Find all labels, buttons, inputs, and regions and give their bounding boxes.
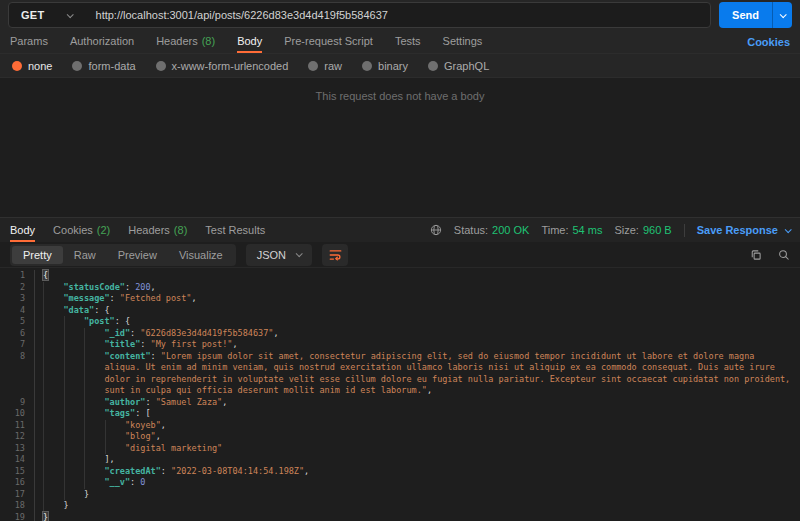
chevron-down-icon xyxy=(780,11,787,18)
request-tab-params[interactable]: Params xyxy=(10,30,48,53)
indent-guide xyxy=(64,316,65,328)
body-type-raw[interactable]: raw xyxy=(308,60,342,72)
save-response-button[interactable]: Save Response xyxy=(697,224,790,236)
request-tab-headers[interactable]: Headers(8) xyxy=(156,30,215,53)
line-number[interactable]: 10 xyxy=(0,408,34,420)
json-punctuation: , xyxy=(151,282,156,292)
indent-guide xyxy=(64,408,65,420)
code-line-content[interactable]: } xyxy=(34,489,800,501)
send-options-button[interactable] xyxy=(772,2,792,28)
method-label: GET xyxy=(21,9,45,21)
response-tab-headers[interactable]: Headers(8) xyxy=(128,218,187,242)
json-punctuation: , xyxy=(273,328,278,338)
json-punctuation: { xyxy=(43,270,48,280)
time-label: Time: xyxy=(541,224,568,236)
radio-label: none xyxy=(28,60,52,72)
method-selector[interactable]: GET xyxy=(9,3,86,27)
request-tab-pre-request-script[interactable]: Pre-request Script xyxy=(284,30,373,53)
line-number[interactable]: 16 xyxy=(0,477,34,489)
send-button[interactable]: Send xyxy=(719,2,792,28)
code-line-content[interactable]: "content": "Lorem ipsum dolor sit amet, … xyxy=(34,351,800,397)
json-key: "title" xyxy=(105,339,141,349)
line-number[interactable]: 6 xyxy=(0,328,34,340)
json-string: "6226d83e3d4d419f5b584637" xyxy=(140,328,273,338)
indent-guide xyxy=(64,489,65,501)
code-line-content[interactable]: "_id": "6226d83e3d4d419f5b584637", xyxy=(34,328,800,340)
url-input[interactable]: http://localhost:3001/api/posts/6226d83e… xyxy=(86,9,388,21)
code-line-content[interactable]: "blog", xyxy=(34,431,800,443)
code-line-8: 8"content": "Lorem ipsum dolor sit amet,… xyxy=(0,351,800,397)
line-number[interactable]: 3 xyxy=(0,293,34,305)
tab-label: Test Results xyxy=(205,224,265,236)
line-number[interactable]: 12 xyxy=(0,431,34,443)
radio-label: x-www-form-urlencoded xyxy=(172,60,289,72)
format-dropdown[interactable]: JSON xyxy=(246,244,312,266)
view-tab-visualize[interactable]: Visualize xyxy=(168,246,234,264)
indent-guide xyxy=(105,431,106,443)
json-key: "__v" xyxy=(105,477,131,487)
line-number[interactable]: 2 xyxy=(0,282,34,294)
request-tab-authorization[interactable]: Authorization xyxy=(70,30,134,53)
code-line-content[interactable]: ], xyxy=(34,454,800,466)
request-tab-body[interactable]: Body xyxy=(237,30,262,53)
body-type-graphql[interactable]: GraphQL xyxy=(428,60,489,72)
response-tab-cookies[interactable]: Cookies(2) xyxy=(53,218,110,242)
send-button-label[interactable]: Send xyxy=(719,2,772,28)
code-line-content[interactable]: } xyxy=(34,512,800,521)
cookies-link[interactable]: Cookies xyxy=(747,36,790,48)
line-number[interactable]: 7 xyxy=(0,339,34,351)
indent-guide xyxy=(105,443,106,455)
wrap-text-button[interactable] xyxy=(322,244,348,266)
view-tab-raw[interactable]: Raw xyxy=(63,246,107,264)
json-number: 0 xyxy=(140,477,145,487)
code-line-content[interactable]: "message": "Fetched post", xyxy=(34,293,800,305)
line-number[interactable]: 18 xyxy=(0,500,34,512)
line-number[interactable]: 19 xyxy=(0,512,34,521)
line-number[interactable]: 17 xyxy=(0,489,34,501)
line-number[interactable]: 13 xyxy=(0,443,34,455)
json-key: "createdAt" xyxy=(105,466,161,476)
code-line-content[interactable]: "__v": 0 xyxy=(34,477,800,489)
code-line-content[interactable]: "title": "My first post!", xyxy=(34,339,800,351)
globe-icon[interactable] xyxy=(430,224,442,236)
line-number[interactable]: 8 xyxy=(0,351,34,397)
search-icon[interactable] xyxy=(778,249,790,261)
line-number[interactable]: 1 xyxy=(0,270,34,282)
response-tab-test-results[interactable]: Test Results xyxy=(205,218,265,242)
json-punctuation: , xyxy=(427,385,432,395)
request-tab-settings[interactable]: Settings xyxy=(443,30,483,53)
code-line-content[interactable]: "data": { xyxy=(34,305,800,317)
code-line-content[interactable]: "author": "Samuel Zaza", xyxy=(34,397,800,409)
view-tab-preview[interactable]: Preview xyxy=(107,246,168,264)
line-number[interactable]: 9 xyxy=(0,397,34,409)
json-punctuation: } xyxy=(43,512,48,521)
line-number[interactable]: 4 xyxy=(0,305,34,317)
indent-guide xyxy=(84,420,85,432)
code-line-content[interactable]: "statusCode": 200, xyxy=(34,282,800,294)
copy-icon[interactable] xyxy=(750,249,762,261)
code-line-2: 2"statusCode": 200, xyxy=(0,282,800,294)
code-line-content[interactable]: "digital marketing" xyxy=(34,443,800,455)
indent-guide xyxy=(43,408,44,420)
code-line-content[interactable]: "tags": [ xyxy=(34,408,800,420)
line-number[interactable]: 14 xyxy=(0,454,34,466)
code-line-content[interactable]: "koyeb", xyxy=(34,420,800,432)
line-number[interactable]: 5 xyxy=(0,316,34,328)
request-tab-tests[interactable]: Tests xyxy=(395,30,421,53)
code-line-content[interactable]: { xyxy=(34,270,800,282)
radio-icon xyxy=(72,61,82,71)
code-line-content[interactable]: "createdAt": "2022-03-08T04:14:54.198Z", xyxy=(34,466,800,478)
response-tab-body[interactable]: Body xyxy=(10,218,35,242)
line-number[interactable]: 15 xyxy=(0,466,34,478)
body-type-x-www-form-urlencoded[interactable]: x-www-form-urlencoded xyxy=(156,60,289,72)
indent-guide xyxy=(64,454,65,466)
code-line-content[interactable]: } xyxy=(34,500,800,512)
body-type-form-data[interactable]: form-data xyxy=(72,60,135,72)
body-type-binary[interactable]: binary xyxy=(362,60,408,72)
view-tab-pretty[interactable]: Pretty xyxy=(12,246,63,264)
line-number[interactable]: 11 xyxy=(0,420,34,432)
code-line-content[interactable]: "post": { xyxy=(34,316,800,328)
body-type-none[interactable]: none xyxy=(12,60,52,72)
response-body-viewer[interactable]: 1{2"statusCode": 200,3"message": "Fetche… xyxy=(0,268,800,521)
indent-guide xyxy=(64,431,65,443)
